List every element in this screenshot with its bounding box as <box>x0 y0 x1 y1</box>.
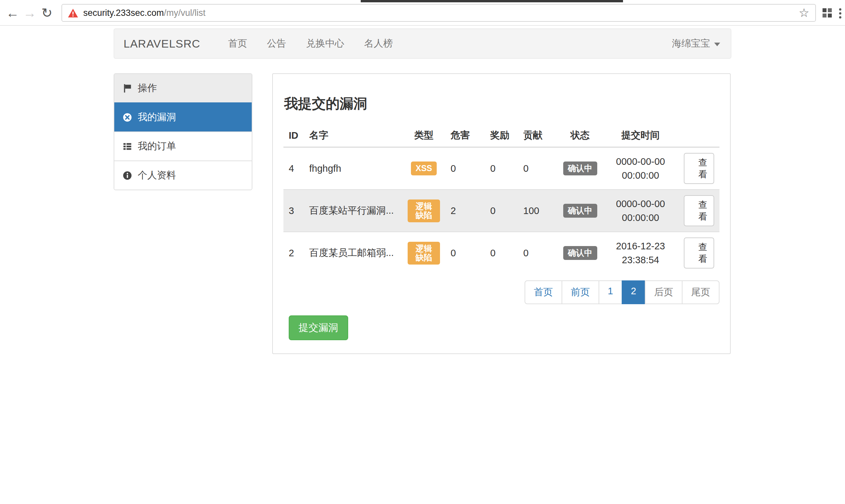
webpage: LARAVELSRC 首页 公告 兑换中心 名人榜 海绵宝宝 <box>0 26 845 354</box>
extension-icon[interactable] <box>822 7 832 18</box>
cell-name: 百度某员工邮箱弱... <box>304 232 402 274</box>
pagination-prev[interactable]: 前页 <box>561 281 599 304</box>
vulnerability-table: ID 名字 类型 危害 奖励 贡献 状态 提交时间 <box>284 124 719 274</box>
cell-reward: 0 <box>485 232 518 274</box>
user-name: 海绵宝宝 <box>672 37 710 50</box>
browser-forward-icon[interactable]: → <box>21 6 38 19</box>
col-header-reward: 奖励 <box>485 124 518 147</box>
brand[interactable]: LARAVELSRC <box>124 37 200 50</box>
view-button[interactable]: 查看 <box>684 237 714 269</box>
nav-item-hall-of-fame[interactable]: 名人榜 <box>354 37 403 50</box>
tab-strip-sliver <box>361 0 623 2</box>
cell-name: 百度某站平行漏洞... <box>304 190 402 232</box>
cell-id: 2 <box>284 232 304 274</box>
page-title: 我提交的漏洞 <box>284 94 719 113</box>
url-path: /my/vul/list <box>164 8 205 18</box>
flag-icon <box>123 84 132 93</box>
table-header-row: ID 名字 类型 危害 奖励 贡献 状态 提交时间 <box>284 124 719 147</box>
remove-circle-icon <box>123 113 132 122</box>
chevron-down-icon <box>714 42 720 46</box>
pagination-next[interactable]: 后页 <box>645 281 682 304</box>
col-header-status: 状态 <box>558 124 603 147</box>
cell-harm: 0 <box>445 232 485 274</box>
table-row: 4 fhghgfh XSS 0 0 0 确认中 0000-00-00 00:00… <box>284 147 719 190</box>
browser-menu-icon[interactable] <box>839 8 841 18</box>
cell-reward: 0 <box>485 190 518 232</box>
sidebar-item-label: 操作 <box>138 82 157 95</box>
main-panel: 我提交的漏洞 ID 名字 类型 危害 <box>272 73 731 354</box>
url-domain: security.233sec.com <box>83 8 164 18</box>
sidebar-item-label: 个人资料 <box>138 169 176 182</box>
browser-back-icon[interactable]: ← <box>4 6 21 19</box>
sidebar-item-my-vulnerabilities[interactable]: 我的漏洞 <box>114 102 252 131</box>
col-header-harm: 危害 <box>445 124 485 147</box>
view-button[interactable]: 查看 <box>684 153 714 184</box>
col-header-name: 名字 <box>304 124 402 147</box>
pagination-page-1[interactable]: 1 <box>598 281 622 304</box>
col-header-submit-time: 提交时间 <box>603 124 679 147</box>
submit-vulnerability-button[interactable]: 提交漏洞 <box>289 316 348 340</box>
sidebar-item-my-orders[interactable]: 我的订单 <box>114 131 252 161</box>
cell-id: 4 <box>284 147 304 190</box>
browser-reload-icon[interactable]: ↻ <box>38 6 55 19</box>
cell-id: 3 <box>284 190 304 232</box>
sidebar-item-operations[interactable]: 操作 <box>114 74 252 102</box>
cell-submit-time: 0000-00-00 00:00:00 <box>603 190 679 232</box>
table-row: 2 百度某员工邮箱弱... 逻辑缺陷 0 0 0 确认中 2016-12-23 … <box>284 232 719 274</box>
cell-contribution: 0 <box>518 147 558 190</box>
pagination: 首页 前页 1 2 后页 尾页 <box>284 281 719 304</box>
browser-nav-buttons: ← → ↻ <box>4 0 55 26</box>
pagination-last[interactable]: 尾页 <box>682 281 719 304</box>
bookmark-star-icon[interactable]: ☆ <box>799 7 809 19</box>
nav-item-exchange-center[interactable]: 兑换中心 <box>296 37 354 50</box>
info-icon <box>123 171 132 180</box>
cell-harm: 2 <box>445 190 485 232</box>
cell-submit-time: 2016-12-23 23:38:54 <box>603 232 679 274</box>
type-badge: 逻辑缺陷 <box>408 199 440 222</box>
url-text: security.233sec.com/my/vul/list <box>83 8 205 18</box>
th-list-icon <box>123 142 132 151</box>
pagination-page-2[interactable]: 2 <box>622 281 646 304</box>
table-row: 3 百度某站平行漏洞... 逻辑缺陷 2 0 100 确认中 0000-00-0… <box>284 190 719 232</box>
address-bar[interactable]: security.233sec.com/my/vul/list ☆ <box>61 4 816 22</box>
cell-name: fhghgfh <box>304 147 402 190</box>
nav-item-announcements[interactable]: 公告 <box>257 37 296 50</box>
browser-toolbar: ← → ↻ security.233sec.com/my/vul/list ☆ <box>0 0 845 26</box>
nav-item-home[interactable]: 首页 <box>218 37 257 50</box>
col-header-action <box>679 124 719 147</box>
sidebar-item-profile[interactable]: 个人资料 <box>114 161 252 190</box>
screen: ← → ↻ security.233sec.com/my/vul/list ☆ <box>0 0 845 504</box>
security-warning-icon[interactable] <box>68 8 78 18</box>
status-badge: 确认中 <box>563 204 597 218</box>
cell-submit-time: 0000-00-00 00:00:00 <box>603 147 679 190</box>
cell-contribution: 0 <box>518 232 558 274</box>
site-navbar: LARAVELSRC 首页 公告 兑换中心 名人榜 海绵宝宝 <box>114 29 731 59</box>
sidebar-item-label: 我的订单 <box>138 140 176 153</box>
col-header-contribution: 贡献 <box>518 124 558 147</box>
cell-harm: 0 <box>445 147 485 190</box>
status-badge: 确认中 <box>563 246 597 260</box>
type-badge: 逻辑缺陷 <box>408 242 440 265</box>
cell-reward: 0 <box>485 147 518 190</box>
sidebar: 操作 我的漏洞 <box>114 73 252 190</box>
view-button[interactable]: 查看 <box>684 195 714 226</box>
col-header-type: 类型 <box>402 124 445 147</box>
cell-contribution: 100 <box>518 190 558 232</box>
col-header-id: ID <box>284 124 304 147</box>
sidebar-item-label: 我的漏洞 <box>138 111 176 124</box>
pagination-first[interactable]: 首页 <box>525 281 562 304</box>
type-badge: XSS <box>411 162 437 175</box>
status-badge: 确认中 <box>563 162 597 175</box>
user-menu[interactable]: 海绵宝宝 <box>672 37 721 50</box>
